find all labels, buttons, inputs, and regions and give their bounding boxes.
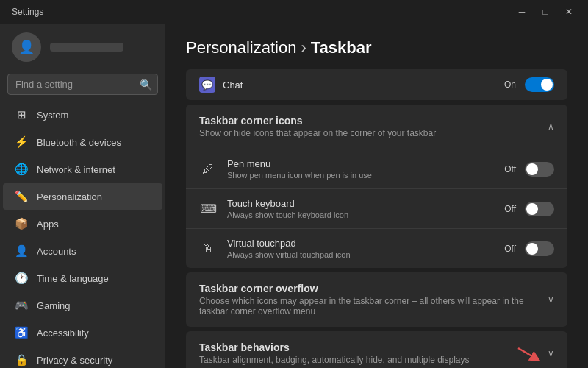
page-title: Personalization › Taskbar (186, 38, 567, 57)
taskbar-corner-icons-header[interactable]: Taskbar corner icons Show or hide icons … (186, 105, 567, 149)
taskbar-corner-icons-desc: Show or hide icons that appear on the co… (199, 128, 436, 138)
taskbar-corner-overflow-desc: Choose which icons may appear in the tas… (199, 296, 548, 316)
taskbar-corner-overflow-chevron: ∨ (548, 294, 554, 305)
privacy-label: Privacy & security (37, 355, 112, 366)
touch-keyboard-text: Touch keyboard Always show touch keyboar… (227, 198, 494, 219)
network-icon: 🌐 (15, 163, 28, 176)
network-label: Network & internet (37, 164, 115, 175)
taskbar-behaviors-section: Taskbar behaviors Taskbar alignment, bad… (186, 331, 567, 368)
apps-label: Apps (37, 219, 59, 230)
chat-label: Chat (223, 79, 243, 91)
taskbar-corner-icons-chevron: ∧ (548, 121, 554, 132)
sidebar-header: 👤 (0, 24, 165, 68)
touch-keyboard-name: Touch keyboard (227, 198, 494, 209)
maximize-button[interactable]: □ (535, 4, 556, 19)
touch-keyboard-toggle[interactable] (525, 202, 554, 216)
taskbar-behaviors-title: Taskbar behaviors (199, 342, 470, 353)
sidebar-item-network[interactable]: 🌐 Network & internet (3, 156, 162, 183)
gaming-label: Gaming (37, 300, 71, 311)
virtual-touchpad-desc: Always show virtual touchpad icon (227, 250, 494, 259)
titlebar: Settings ─ □ ✕ (0, 0, 588, 24)
taskbar-corner-icons-section: Taskbar corner icons Show or hide icons … (186, 105, 567, 268)
taskbar-behaviors-chevron: ∨ (548, 348, 554, 358)
accessibility-icon: ♿ (15, 326, 28, 339)
personalization-icon: ✏️ (15, 190, 28, 203)
sidebar-item-bluetooth[interactable]: ⚡ Bluetooth & devices (3, 129, 162, 155)
svg-line-1 (518, 348, 536, 358)
touch-keyboard-toggle-wrapper: Off (504, 202, 554, 216)
content-area: Personalization › Taskbar 💬 Chat On Task… (165, 24, 588, 368)
sidebar-item-accessibility[interactable]: ♿ Accessibility (3, 319, 162, 346)
time-icon: 🕐 (15, 272, 28, 285)
app-title: Settings (12, 7, 43, 17)
chat-left: 💬 Chat (199, 77, 243, 93)
page-title-current: Taskbar (311, 38, 372, 57)
sidebar-item-time[interactable]: 🕐 Time & language (3, 265, 162, 291)
apps-icon: 📦 (15, 217, 28, 230)
sidebar-item-personalization[interactable]: ✏️ Personalization (3, 183, 162, 210)
touch-keyboard-toggle-knob (526, 203, 538, 215)
sidebar: 👤 🔍 ⊞ System ⚡ Bluetooth & devices 🌐 Net… (0, 24, 165, 368)
section-header-left: Taskbar corner icons Show or hide icons … (199, 115, 436, 138)
virtual-touchpad-toggle[interactable] (525, 241, 554, 256)
avatar: 👤 (12, 32, 41, 62)
virtual-touchpad-name: Virtual touchpad (227, 238, 494, 249)
pen-menu-icon: 🖊 (199, 160, 217, 178)
behaviors-right: ∨ (515, 344, 554, 363)
taskbar-corner-overflow-title: Taskbar corner overflow (199, 283, 548, 294)
sidebar-item-apps[interactable]: 📦 Apps (3, 210, 162, 237)
chat-icon: 💬 (199, 77, 215, 93)
app-body: 👤 🔍 ⊞ System ⚡ Bluetooth & devices 🌐 Net… (0, 24, 588, 368)
touch-keyboard-desc: Always show touch keyboard icon (227, 210, 494, 219)
accessibility-label: Accessibility (37, 328, 89, 339)
behaviors-header-left: Taskbar behaviors Taskbar alignment, bad… (199, 342, 470, 365)
privacy-icon: 🔒 (15, 353, 28, 367)
sidebar-item-gaming[interactable]: 🎮 Gaming (3, 292, 162, 319)
breadcrumb-parent: Personalization (186, 38, 296, 57)
touch-keyboard-icon: ⌨ (199, 200, 217, 218)
red-arrow-icon (515, 344, 542, 363)
chat-toggle-wrapper: On (504, 77, 554, 92)
chat-toggle[interactable] (525, 77, 554, 92)
pen-menu-name: Pen menu (227, 158, 494, 169)
system-icon: ⊞ (15, 108, 28, 121)
taskbar-behaviors-header[interactable]: Taskbar behaviors Taskbar alignment, bad… (186, 331, 567, 368)
pen-menu-text: Pen menu Show pen menu icon when pen is … (227, 158, 494, 180)
avatar-name-bar (50, 43, 123, 52)
sidebar-item-accounts[interactable]: 👤 Accounts (3, 238, 162, 264)
search-icon: 🔍 (140, 79, 152, 91)
bluetooth-label: Bluetooth & devices (37, 137, 121, 148)
accounts-icon: 👤 (15, 244, 28, 258)
nav-list: ⊞ System ⚡ Bluetooth & devices 🌐 Network… (0, 101, 165, 368)
time-label: Time & language (37, 273, 109, 284)
search-box: 🔍 (7, 74, 158, 95)
accounts-label: Accounts (37, 246, 76, 257)
taskbar-corner-icons-title: Taskbar corner icons (199, 115, 436, 127)
gaming-icon: 🎮 (15, 299, 28, 312)
virtual-touchpad-toggle-knob (526, 243, 538, 255)
sidebar-item-system[interactable]: ⊞ System (3, 102, 162, 128)
pen-menu-item: 🖊 Pen menu Show pen menu icon when pen i… (186, 149, 567, 188)
close-button[interactable]: ✕ (559, 4, 579, 19)
virtual-touchpad-item: 🖱 Virtual touchpad Always show virtual t… (186, 228, 567, 268)
pen-menu-desc: Show pen menu icon when pen is in use (227, 171, 494, 180)
overflow-header-left: Taskbar corner overflow Choose which ico… (199, 283, 548, 316)
sidebar-item-privacy[interactable]: 🔒 Privacy & security (3, 347, 162, 368)
touch-keyboard-item: ⌨ Touch keyboard Always show touch keybo… (186, 188, 567, 228)
minimize-button[interactable]: ─ (512, 4, 532, 19)
chat-toggle-knob (541, 79, 553, 91)
taskbar-corner-overflow-section: Taskbar corner overflow Choose which ico… (186, 272, 567, 327)
taskbar-corner-overflow-header[interactable]: Taskbar corner overflow Choose which ico… (186, 272, 567, 327)
pen-menu-toggle[interactable] (525, 162, 554, 177)
virtual-touchpad-text: Virtual touchpad Always show virtual tou… (227, 238, 494, 259)
personalization-label: Personalization (37, 191, 102, 202)
chat-row: 💬 Chat On (186, 69, 567, 100)
taskbar-behaviors-desc: Taskbar alignment, badging, automaticall… (199, 355, 470, 365)
pen-menu-toggle-wrapper: Off (504, 162, 554, 177)
virtual-touchpad-toggle-wrapper: Off (504, 241, 554, 256)
pen-menu-toggle-knob (526, 163, 538, 175)
bluetooth-icon: ⚡ (15, 135, 28, 149)
system-label: System (37, 110, 68, 121)
touch-keyboard-toggle-label: Off (504, 204, 516, 214)
search-input[interactable] (7, 74, 158, 95)
